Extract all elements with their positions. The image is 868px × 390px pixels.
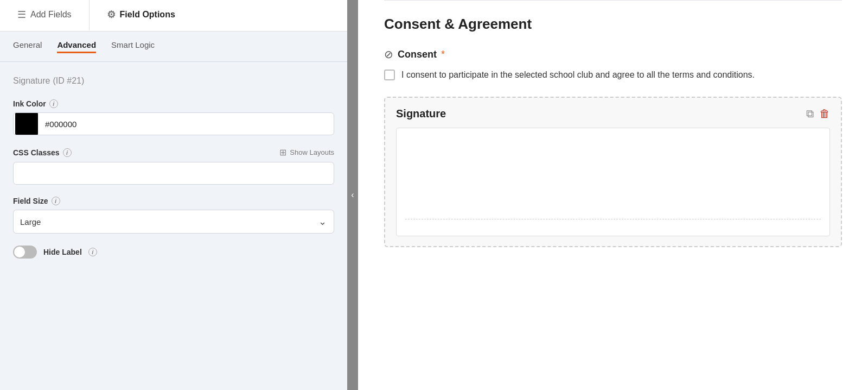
ink-color-input[interactable] bbox=[40, 119, 334, 129]
section-title: Consent & Agreement bbox=[384, 16, 842, 33]
hide-label-text: Hide Label bbox=[43, 248, 82, 256]
field-options-icon: ⚙ bbox=[107, 9, 116, 21]
consent-icon: ⊘ bbox=[384, 48, 393, 61]
sub-tab-smart-logic[interactable]: Smart Logic bbox=[111, 40, 155, 53]
add-fields-icon: ☰ bbox=[17, 9, 26, 21]
field-size-select[interactable]: Large Medium Small bbox=[13, 210, 334, 234]
css-classes-group: CSS Classes i ⊞ Show Layouts bbox=[13, 147, 334, 185]
color-swatch[interactable] bbox=[15, 112, 38, 135]
field-size-help-icon[interactable]: i bbox=[52, 197, 60, 205]
signature-card-header: Signature ⧉ 🗑 bbox=[396, 108, 830, 120]
copy-button[interactable]: ⧉ bbox=[806, 108, 814, 120]
signature-card-actions: ⧉ 🗑 bbox=[806, 108, 830, 120]
collapse-button[interactable]: ‹ bbox=[347, 181, 358, 209]
show-layouts-btn[interactable]: ⊞ Show Layouts bbox=[279, 147, 334, 158]
ink-color-group: Ink Color i bbox=[13, 99, 334, 135]
tab-add-fields[interactable]: ☰ Add Fields bbox=[0, 0, 90, 31]
consent-text: I consent to participate in the selected… bbox=[401, 68, 755, 81]
ink-color-help-icon[interactable]: i bbox=[49, 99, 58, 108]
signature-line bbox=[405, 219, 821, 219]
css-classes-header: CSS Classes i ⊞ Show Layouts bbox=[13, 147, 334, 158]
show-layouts-icon: ⊞ bbox=[279, 147, 286, 158]
right-panel: Consent & Agreement ⊘ Consent * I consen… bbox=[358, 0, 868, 390]
add-fields-label: Add Fields bbox=[30, 10, 72, 20]
consent-checkbox[interactable] bbox=[384, 70, 395, 80]
css-classes-help-icon[interactable]: i bbox=[63, 148, 72, 157]
consent-label: Consent bbox=[398, 49, 437, 60]
hide-label-row: Hide Label i bbox=[13, 246, 334, 259]
sub-tab-advanced[interactable]: Advanced bbox=[57, 40, 96, 53]
top-tabs: ☰ Add Fields ⚙ Field Options bbox=[0, 0, 347, 32]
signature-box[interactable] bbox=[396, 128, 830, 236]
consent-label-row: ⊘ Consent * bbox=[384, 48, 842, 61]
css-classes-label: CSS Classes i bbox=[13, 148, 72, 157]
signature-card-title: Signature bbox=[396, 108, 446, 120]
sub-tabs: General Advanced Smart Logic bbox=[0, 32, 347, 62]
ink-color-label: Ink Color i bbox=[13, 99, 334, 108]
field-options-label: Field Options bbox=[120, 10, 175, 20]
css-classes-input[interactable] bbox=[13, 162, 334, 185]
signature-card: Signature ⧉ 🗑 bbox=[384, 97, 842, 247]
field-size-select-wrapper: Large Medium Small ⌄ bbox=[13, 210, 334, 234]
panel-divider: ‹ bbox=[347, 0, 358, 390]
delete-button[interactable]: 🗑 bbox=[819, 108, 830, 120]
toggle-knob bbox=[14, 247, 25, 257]
panel-content: Signature (ID #21) Ink Color i CSS Class… bbox=[0, 62, 347, 390]
field-title: Signature (ID #21) bbox=[13, 75, 334, 86]
consent-check-row: I consent to participate in the selected… bbox=[384, 68, 842, 81]
hide-label-help-icon[interactable]: i bbox=[88, 248, 97, 256]
field-size-label: Field Size i bbox=[13, 197, 334, 205]
section-divider bbox=[384, 0, 842, 1]
left-panel: ☰ Add Fields ⚙ Field Options General Adv… bbox=[0, 0, 347, 390]
sub-tab-general[interactable]: General bbox=[13, 40, 42, 53]
field-size-group: Field Size i Large Medium Small ⌄ bbox=[13, 197, 334, 234]
ink-color-input-row[interactable] bbox=[13, 112, 334, 135]
required-star: * bbox=[441, 49, 445, 60]
chevron-icon: ‹ bbox=[351, 190, 354, 200]
tab-field-options[interactable]: ⚙ Field Options bbox=[90, 0, 193, 31]
hide-label-toggle[interactable] bbox=[13, 246, 37, 259]
